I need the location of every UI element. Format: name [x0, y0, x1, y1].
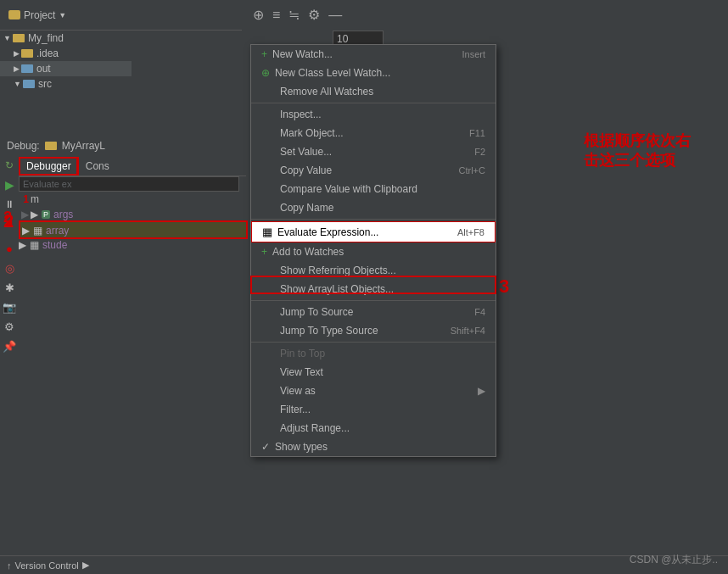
- stude-expand[interactable]: ▶: [19, 239, 26, 251]
- menu-copy-value[interactable]: Copy Value Ctrl+C: [251, 161, 496, 180]
- expand-icon-out: ▶: [14, 64, 20, 73]
- plus-icon: +: [261, 48, 267, 60]
- status-bar: ↑ Version Control ▶: [0, 555, 728, 574]
- project-tree: ▼ My_find ▶ .idea ▶ out ▼ src: [0, 31, 132, 92]
- collapse-icon: ▼: [3, 34, 11, 42]
- expand-icon: ▶: [14, 49, 20, 58]
- refresh-icon[interactable]: ↻: [5, 159, 14, 171]
- debug-label: Debug:: [7, 140, 40, 152]
- menu-view-as[interactable]: View as ▶: [251, 382, 496, 400]
- menu-pin-top: Pin to Top: [251, 344, 496, 363]
- debug-file: MyArrayL: [62, 140, 105, 152]
- args-row: ▶ P args: [31, 209, 73, 220]
- top-toolbar: ⊕ ≡ ≒ ⚙ —: [253, 7, 342, 23]
- list-icon[interactable]: ≡: [272, 8, 280, 23]
- idea-folder-icon: [21, 49, 33, 58]
- dropdown-icon[interactable]: ▼: [59, 11, 66, 20]
- folder-icon: [8, 10, 20, 20]
- eval-placeholder: Evaluate ex: [23, 179, 71, 189]
- menu-view-text[interactable]: View Text: [251, 363, 496, 382]
- array-name: array: [46, 225, 69, 237]
- menu-jump-source[interactable]: Jump To Source F4: [251, 303, 496, 321]
- eval-input-container[interactable]: Evaluate ex: [19, 176, 239, 192]
- tab-console[interactable]: Cons: [79, 158, 116, 175]
- debug-file-icon: [45, 142, 57, 150]
- menu-adjust-range[interactable]: Adjust Range...: [251, 419, 496, 437]
- menu-remove-all[interactable]: Remove All Watches: [251, 82, 496, 101]
- target-icon[interactable]: ◎: [5, 262, 14, 275]
- var-m: m: [31, 193, 39, 205]
- project-title: Project: [24, 9, 55, 21]
- separator-2: [251, 219, 496, 220]
- menu-new-class-watch[interactable]: ⊕New Class Level Watch...: [251, 64, 496, 82]
- src-folder-icon: [23, 80, 35, 88]
- separator-4: [251, 342, 496, 343]
- settings-icon[interactable]: ≒: [288, 7, 300, 23]
- root-folder-icon: [13, 34, 25, 42]
- stude-icon: ▦: [30, 239, 39, 251]
- menu-mark-object[interactable]: Mark Object... F11: [251, 124, 496, 142]
- submenu-arrow: ▶: [478, 385, 485, 397]
- menu-filter[interactable]: Filter...: [251, 400, 496, 419]
- add-watches-icon: +: [261, 246, 267, 258]
- annotation-2: 2: [3, 210, 14, 232]
- src-label: src: [38, 78, 52, 90]
- args-badge: P: [42, 210, 50, 219]
- gear-icon[interactable]: ⚙: [308, 7, 320, 23]
- stude-row: ▶ ▦ stude: [19, 239, 67, 251]
- array-row[interactable]: ▶ ▦ array: [19, 222, 248, 239]
- side-toolbar: ↻ ▶ ⏸ ■ ● ◎ ✱ 📷 ⚙ 📌: [0, 156, 19, 353]
- expand-icon-src: ▼: [14, 80, 21, 88]
- project-panel-header: Project ▼: [0, 0, 242, 31]
- args-expand[interactable]: ▶: [31, 209, 38, 220]
- menu-evaluate[interactable]: ▦ Evaluate Expression... Alt+F8: [251, 221, 496, 242]
- line-indicator: ▶: [19, 209, 29, 220]
- tab-debugger[interactable]: Debugger: [19, 157, 79, 176]
- separator-1: [251, 103, 496, 103]
- tree-item-idea[interactable]: ▶ .idea: [0, 46, 132, 61]
- play-icon[interactable]: ▶: [5, 178, 14, 192]
- tree-item-out[interactable]: ▶ out: [0, 61, 132, 76]
- context-menu: +New Watch... Insert ⊕New Class Level Wa…: [250, 44, 496, 457]
- idea-label: .idea: [36, 47, 59, 59]
- version-label[interactable]: Version Control: [15, 560, 79, 571]
- evaluate-icon: ▦: [262, 226, 272, 238]
- chinese-annotation: 根据顺序依次右击这三个选项: [584, 131, 720, 171]
- menu-show-types[interactable]: ✓Show types: [251, 437, 496, 456]
- menu-jump-type[interactable]: Jump To Type Source Shift+F4: [251, 321, 496, 340]
- annotation-3: 3: [499, 276, 509, 298]
- menu-new-watch[interactable]: +New Watch... Insert: [251, 45, 496, 64]
- debug-header: Debug: MyArrayL: [0, 136, 246, 156]
- root-label: My_find: [28, 32, 64, 44]
- menu-show-arraylist[interactable]: Show ArrayList Objects...: [251, 280, 496, 298]
- check-icon: ✓: [261, 441, 270, 453]
- tree-root[interactable]: ▼ My_find: [0, 31, 132, 46]
- separator-3: [251, 300, 496, 301]
- pin-icon[interactable]: 📌: [3, 340, 16, 353]
- args-name: args: [53, 209, 73, 220]
- status-arrow[interactable]: ▶: [82, 560, 89, 571]
- tree-item-src[interactable]: ▼ src: [0, 76, 132, 92]
- menu-set-value[interactable]: Set Value... F2: [251, 142, 496, 161]
- out-label: out: [36, 63, 51, 75]
- array-expand[interactable]: ▶: [22, 225, 30, 237]
- array-icon: ▦: [33, 225, 42, 237]
- camera-icon[interactable]: 📷: [3, 301, 16, 314]
- line-number-1: 1: [19, 193, 29, 205]
- minimize-icon[interactable]: —: [328, 8, 342, 23]
- class-watch-icon: ⊕: [261, 67, 270, 79]
- menu-add-watches[interactable]: +Add to Watches: [251, 242, 496, 261]
- version-icon: ↑: [7, 560, 12, 571]
- out-folder-icon: [21, 64, 33, 73]
- navigate-icon[interactable]: ⊕: [253, 7, 264, 23]
- menu-copy-name[interactable]: Copy Name: [251, 198, 496, 217]
- menu-inspect[interactable]: Inspect...: [251, 105, 496, 124]
- stude-name: stude: [42, 239, 67, 251]
- settings-side-icon[interactable]: ⚙: [4, 320, 14, 333]
- debug-tabs: Debugger Cons: [0, 156, 246, 176]
- menu-compare-clipboard[interactable]: Compare Value with Clipboard: [251, 180, 496, 198]
- asterisk-icon[interactable]: ✱: [5, 281, 14, 294]
- breakpoint-icon[interactable]: ●: [6, 242, 13, 255]
- menu-show-referring[interactable]: Show Referring Objects...: [251, 261, 496, 280]
- watermark: CSDN @从未止步..: [630, 553, 718, 567]
